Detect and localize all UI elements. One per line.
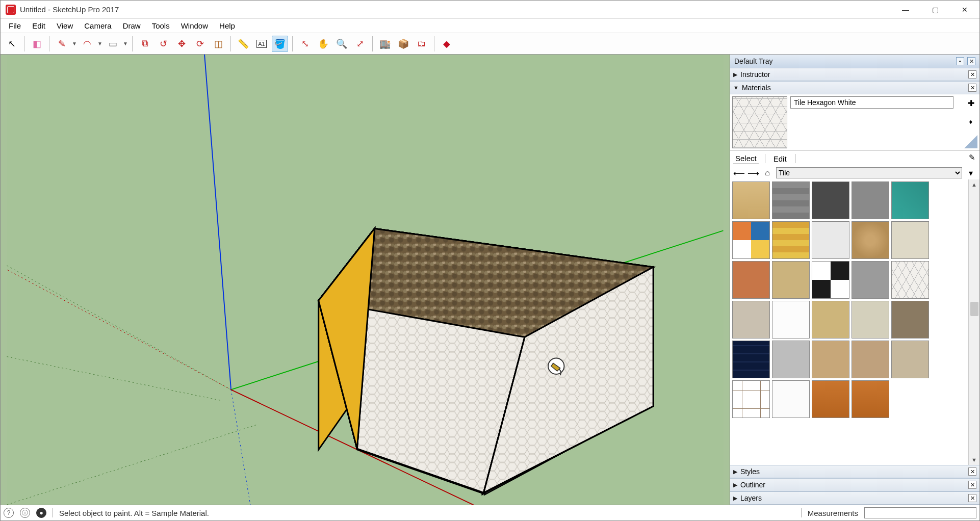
nav-forward-button[interactable]: ⟶: [747, 167, 759, 178]
material-swatch[interactable]: [852, 181, 889, 219]
default-tray: Default Tray ▪ ✕ ▶ Instructor ✕ ▼ Materi…: [730, 55, 979, 505]
line-tool-dropdown[interactable]: ▼: [72, 41, 77, 46]
rectangle-tool[interactable]: ▭: [105, 36, 121, 52]
status-person-icon[interactable]: ⓘ: [20, 508, 30, 518]
move-tool[interactable]: ✥: [173, 36, 190, 52]
set-default-material-button[interactable]: ⬧: [965, 116, 976, 127]
status-geo-icon[interactable]: ●: [36, 508, 46, 518]
zoom-tool[interactable]: 🔍: [333, 36, 350, 52]
text-tool[interactable]: A1: [253, 36, 270, 52]
status-divider: [53, 508, 53, 517]
materials-scrollbar[interactable]: ▲ ▼: [968, 179, 979, 465]
material-swatch[interactable]: [891, 341, 929, 378]
nav-back-button[interactable]: ⟵: [733, 167, 744, 178]
library-menu-button[interactable]: ▾: [965, 167, 976, 178]
eyedropper-button[interactable]: ✎: [969, 153, 975, 162]
tray-pin-button[interactable]: ▪: [956, 57, 964, 65]
material-swatch[interactable]: [812, 221, 849, 259]
material-swatch[interactable]: [852, 341, 889, 378]
material-swatch[interactable]: [732, 181, 770, 219]
material-swatch[interactable]: [812, 341, 849, 378]
warehouse-tool[interactable]: 🏬: [377, 36, 393, 52]
tab-select[interactable]: Select: [733, 153, 759, 164]
layout-tool[interactable]: 🗂: [414, 36, 430, 52]
material-swatch[interactable]: [772, 221, 810, 259]
menu-draw[interactable]: Draw: [118, 20, 146, 32]
panel-materials-header[interactable]: ▼ Materials ✕: [730, 81, 979, 94]
menu-window[interactable]: Window: [176, 20, 213, 32]
line-tool[interactable]: ✎: [54, 36, 70, 52]
panel-styles-header[interactable]: ▶ Styles ✕: [730, 465, 979, 478]
panel-instructor-close[interactable]: ✕: [968, 70, 976, 79]
panel-styles-close[interactable]: ✕: [968, 467, 976, 476]
ruby-tool[interactable]: ◆: [439, 36, 455, 52]
close-button[interactable]: ✕: [950, 1, 979, 18]
material-swatch[interactable]: [812, 301, 849, 338]
material-swatch[interactable]: [772, 181, 810, 219]
create-material-button[interactable]: ✚: [965, 97, 976, 109]
pushpull-tool[interactable]: ⧉: [137, 36, 153, 52]
menu-view[interactable]: View: [51, 20, 78, 32]
menu-edit[interactable]: Edit: [27, 20, 50, 32]
current-material-swatch[interactable]: [732, 96, 787, 148]
material-swatch[interactable]: [891, 301, 929, 338]
material-swatch[interactable]: [772, 261, 810, 299]
tab-edit[interactable]: Edit: [771, 153, 789, 164]
material-swatch[interactable]: [891, 221, 929, 259]
minimize-button[interactable]: —: [891, 1, 920, 18]
rectangle-tool-dropdown[interactable]: ▼: [123, 41, 128, 46]
tape-tool[interactable]: 📏: [235, 36, 251, 52]
zoom-extents-tool[interactable]: ⤢: [352, 36, 368, 52]
material-swatch[interactable]: [891, 181, 929, 219]
material-swatch[interactable]: [852, 380, 889, 418]
material-swatch[interactable]: [732, 380, 770, 418]
line-tool-icon: ✎: [58, 38, 66, 49]
menu-tools[interactable]: Tools: [147, 20, 175, 32]
pan-tool[interactable]: ✋: [315, 36, 331, 52]
offset-tool[interactable]: ↺: [155, 36, 171, 52]
material-swatch[interactable]: [852, 261, 889, 299]
tray-title-bar[interactable]: Default Tray ▪ ✕: [730, 55, 979, 68]
material-swatch[interactable]: [772, 380, 810, 418]
panel-outliner-header[interactable]: ▶ Outliner ✕: [730, 478, 979, 491]
menu-camera[interactable]: Camera: [79, 20, 116, 32]
3d-viewport[interactable]: [1, 55, 730, 505]
paint-bucket-tool[interactable]: 🪣: [272, 36, 288, 52]
material-swatch[interactable]: [772, 341, 810, 378]
material-swatch[interactable]: [891, 261, 929, 299]
resize-grip-icon[interactable]: [964, 135, 977, 148]
material-swatch[interactable]: [812, 261, 849, 299]
material-swatch[interactable]: [732, 221, 770, 259]
eraser-tool[interactable]: ◧: [29, 36, 45, 52]
measurements-input[interactable]: [864, 507, 976, 518]
maximize-button[interactable]: ▢: [920, 1, 950, 18]
panel-outliner-close[interactable]: ✕: [968, 481, 976, 489]
panel-layers-close[interactable]: ✕: [968, 494, 976, 502]
arc-tool-dropdown[interactable]: ▼: [97, 41, 102, 46]
orbit-tool[interactable]: ⤡: [297, 36, 313, 52]
material-name-input[interactable]: [790, 96, 953, 109]
tray-close-button[interactable]: ✕: [967, 57, 975, 65]
material-swatch[interactable]: [812, 181, 849, 219]
material-swatch[interactable]: [812, 380, 849, 418]
material-swatch[interactable]: [852, 221, 889, 259]
menu-help[interactable]: Help: [214, 20, 240, 32]
nav-home-button[interactable]: ⌂: [762, 167, 773, 178]
panel-materials-close[interactable]: ✕: [968, 84, 976, 92]
material-swatch[interactable]: [732, 341, 770, 378]
scroll-thumb[interactable]: [970, 302, 978, 316]
arc-tool[interactable]: ◠: [79, 36, 95, 52]
menu-file[interactable]: File: [4, 20, 26, 32]
extension-tool[interactable]: 📦: [395, 36, 411, 52]
scale-tool[interactable]: ◫: [210, 36, 226, 52]
material-library-select[interactable]: Tile: [776, 167, 962, 178]
rotate-tool[interactable]: ⟳: [192, 36, 208, 52]
select-tool[interactable]: ↖: [4, 36, 20, 52]
panel-instructor-header[interactable]: ▶ Instructor ✕: [730, 68, 979, 81]
status-info-icon[interactable]: ?: [4, 508, 14, 518]
material-swatch[interactable]: [732, 261, 770, 299]
material-swatch[interactable]: [852, 301, 889, 338]
material-swatch[interactable]: [732, 301, 770, 338]
material-swatch[interactable]: [772, 301, 810, 338]
panel-layers-header[interactable]: ▶ Layers ✕: [730, 491, 979, 505]
